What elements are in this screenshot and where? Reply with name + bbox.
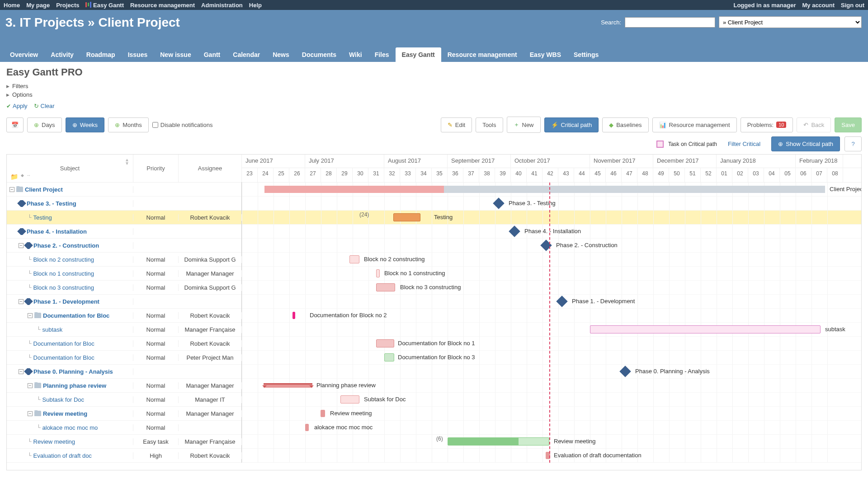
table-row[interactable]: └ Documentation for BlocNormalPeter Proj… xyxy=(7,351,241,365)
table-row[interactable]: └ Block no 1 constructingNormalManager M… xyxy=(7,267,241,281)
gantt-timeline[interactable]: June 2017July 2017August 2017September 2… xyxy=(242,155,861,463)
table-row[interactable]: Phase 4. - Installation xyxy=(7,225,241,239)
nav-link[interactable]: Projects xyxy=(56,2,79,9)
timeline-row[interactable]: Documentation for Block no 1 xyxy=(242,337,861,351)
timeline-row[interactable]: Block no 1 constructing xyxy=(242,267,861,281)
timeline-row[interactable]: Phase 2. - Construction xyxy=(242,239,861,253)
tab-issues[interactable]: Issues xyxy=(122,47,154,62)
table-row[interactable]: └ alokace moc moc moNormal xyxy=(7,421,241,435)
task-bar[interactable] xyxy=(292,312,295,319)
expand-icon[interactable]: − xyxy=(19,369,24,374)
nav-link[interactable]: My page xyxy=(26,2,50,9)
nav-link[interactable]: Resource management xyxy=(130,2,195,9)
col-subject[interactable]: Subject ▲▼ 📁 ◆ ↔ xyxy=(7,155,133,182)
back-button[interactable]: ↶Back xyxy=(797,117,831,132)
timeline-row[interactable]: Phase 4. - Installation xyxy=(242,225,861,239)
tools-button[interactable]: Tools xyxy=(476,117,503,132)
diamond-icon[interactable]: ◆ xyxy=(21,173,24,180)
critical-path-button[interactable]: ⚡Critical path xyxy=(544,117,599,132)
tab-new-issue[interactable]: New issue xyxy=(154,47,197,62)
expand-icon[interactable]: − xyxy=(19,299,24,304)
timeline-row[interactable]: Evaluation of draft documentation xyxy=(242,449,861,463)
tab-activity[interactable]: Activity xyxy=(44,47,80,62)
tab-resource-management[interactable]: Resource management xyxy=(441,47,524,62)
task-bar[interactable] xyxy=(590,325,821,333)
timeline-row[interactable]: Subtask for Doc xyxy=(242,393,861,407)
zoom-months[interactable]: ⊕Months xyxy=(108,117,149,132)
timeline-row[interactable]: Client Project xyxy=(242,183,861,197)
table-row[interactable]: − Phase 0. Planning - Analysis xyxy=(7,365,241,379)
tab-calendar[interactable]: Calendar xyxy=(226,47,266,62)
task-bar[interactable] xyxy=(376,269,380,277)
task-bar[interactable] xyxy=(384,353,394,361)
show-critical-button[interactable]: ⊕Show Critical path xyxy=(771,136,840,151)
help-button[interactable]: ? xyxy=(844,136,862,151)
tab-easy-wbs[interactable]: Easy WBS xyxy=(524,47,567,62)
calendar-button[interactable]: 📅 xyxy=(6,117,24,132)
timeline-row[interactable]: alokace moc moc moc xyxy=(242,421,861,435)
task-bar[interactable] xyxy=(393,213,420,221)
table-row[interactable]: └ Block no 2 constructingNormalDominka S… xyxy=(7,253,241,267)
link-my-account[interactable]: My account xyxy=(802,2,835,9)
folder-icon[interactable]: 📁 xyxy=(10,173,18,180)
timeline-row[interactable]: Documentation for Block no 3 xyxy=(242,351,861,365)
summary-bar[interactable] xyxy=(264,186,825,193)
expand-icon[interactable]: − xyxy=(28,313,33,318)
zoom-days[interactable]: ⊕Days xyxy=(27,117,62,132)
task-bar[interactable] xyxy=(340,395,359,404)
edit-button[interactable]: ✎Edit xyxy=(441,117,472,132)
nav-link[interactable]: Home xyxy=(4,2,20,9)
col-priority[interactable]: Priority xyxy=(133,155,179,182)
resource-mgmt-button[interactable]: 📊Resource management xyxy=(652,117,737,132)
task-bar[interactable] xyxy=(321,410,325,417)
timeline-row[interactable]: Phase 0. Planning - Analysis xyxy=(242,365,861,379)
table-row[interactable]: └ Subtask for DocNormalManager IT xyxy=(7,393,241,407)
table-row[interactable]: − Review meetingNormalManager Manager xyxy=(7,407,241,421)
toggle-filters[interactable]: ▶Filters xyxy=(6,83,862,89)
table-row[interactable]: − Client Project xyxy=(7,183,241,197)
timeline-row[interactable]: Planning phase review xyxy=(242,379,861,393)
arrows-icon[interactable]: ↔ xyxy=(27,173,31,180)
task-bar[interactable] xyxy=(305,424,309,431)
tab-easy-gantt[interactable]: Easy Gantt xyxy=(396,47,441,62)
tab-documents[interactable]: Documents xyxy=(296,47,343,62)
clear-button[interactable]: Clear xyxy=(34,103,55,109)
task-bar[interactable] xyxy=(376,339,394,347)
expand-icon[interactable]: − xyxy=(28,411,33,416)
tab-wiki[interactable]: Wiki xyxy=(343,47,368,62)
table-row[interactable]: − Phase 1. - Development xyxy=(7,295,241,309)
timeline-row[interactable]: Phase 1. - Development xyxy=(242,295,861,309)
timeline-row[interactable]: Testing(24) xyxy=(242,211,861,225)
tab-settings[interactable]: Settings xyxy=(567,47,605,62)
table-row[interactable]: └ subtaskNormalManager Française xyxy=(7,323,241,337)
table-row[interactable]: − Planning phase reviewNormalManager Man… xyxy=(7,379,241,393)
nav-link[interactable]: Administration xyxy=(201,2,243,9)
link-sign-out[interactable]: Sign out xyxy=(841,2,864,9)
tab-news[interactable]: News xyxy=(266,47,296,62)
timeline-row[interactable]: Review meeting xyxy=(242,407,861,421)
table-row[interactable]: └ Evaluation of draft docHighRobert Kova… xyxy=(7,449,241,463)
expand-icon[interactable]: − xyxy=(19,243,24,248)
table-row[interactable]: └ Block no 3 constructingNormalDominka S… xyxy=(7,281,241,295)
new-button[interactable]: ＋New xyxy=(507,117,541,133)
problems-indicator[interactable]: Problems: 10 xyxy=(741,117,793,132)
baselines-button[interactable]: ◆Baselines xyxy=(602,117,648,132)
timeline-row[interactable]: subtask xyxy=(242,323,861,337)
zoom-weeks[interactable]: ⊕Weeks xyxy=(66,117,105,132)
table-row[interactable]: └ Review meetingEasy taskManager Françai… xyxy=(7,435,241,449)
toggle-options[interactable]: ▶Options xyxy=(6,91,862,98)
timeline-row[interactable]: Block no 3 constructing xyxy=(242,281,861,295)
nav-link[interactable]: Help xyxy=(249,2,262,9)
tab-files[interactable]: Files xyxy=(368,47,396,62)
table-row[interactable]: Phase 3. - Testing xyxy=(7,197,241,211)
tab-gantt[interactable]: Gantt xyxy=(198,47,227,62)
task-bar[interactable] xyxy=(349,255,359,263)
nav-link[interactable]: Easy Gantt xyxy=(85,2,124,9)
tab-roadmap[interactable]: Roadmap xyxy=(80,47,122,62)
table-row[interactable]: − Documentation for BlocNormalRobert Kov… xyxy=(7,309,241,323)
timeline-row[interactable]: Review meeting(6) xyxy=(242,435,861,449)
task-bar[interactable] xyxy=(448,437,549,446)
disable-notifications[interactable]: Disable notifications xyxy=(152,122,213,128)
task-bar[interactable] xyxy=(376,283,395,291)
apply-button[interactable]: Apply xyxy=(6,103,28,109)
